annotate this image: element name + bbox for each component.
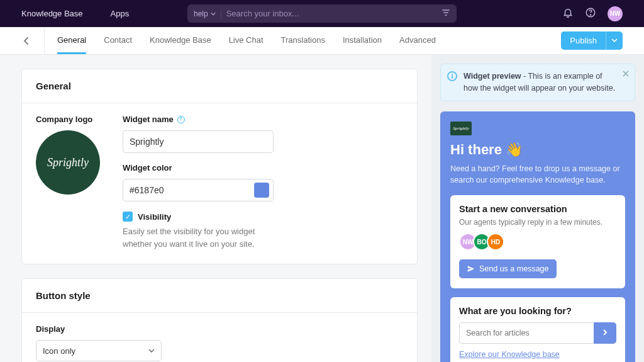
- company-logo-block: Company logo Sprightly: [36, 115, 100, 250]
- close-icon[interactable]: [622, 69, 630, 81]
- settings-tabs: General Contact Knowledge Base Live Chat…: [44, 27, 436, 54]
- kb-explore-link[interactable]: Explore our Knowledge base: [459, 350, 560, 359]
- chevron-down-icon: [148, 348, 155, 354]
- widget-subtext: Need a hand? Feel free to drop us a mess…: [450, 163, 625, 187]
- kb-search-button[interactable]: [594, 322, 616, 344]
- global-search-input[interactable]: [226, 9, 441, 18]
- top-nav-kb[interactable]: Knowledge Base: [21, 9, 83, 18]
- top-nav-apps[interactable]: Apps: [111, 9, 130, 18]
- visibility-checkbox[interactable]: ✓: [123, 212, 133, 222]
- tab-knowledge-base[interactable]: Knowledge Base: [150, 27, 211, 54]
- agent-avatars: NW BO HD: [459, 233, 616, 251]
- widget-name-label: Widget name: [123, 115, 403, 124]
- widget-name-input[interactable]: [123, 130, 274, 153]
- top-nav: Knowledge Base Apps: [21, 9, 129, 18]
- tab-translations[interactable]: Translations: [281, 27, 325, 54]
- settings-tabs-bar: General Contact Knowledge Base Live Chat…: [0, 27, 644, 55]
- widget-greeting: Hi there 👋: [450, 142, 625, 158]
- app-topbar: Knowledge Base Apps help NW: [0, 0, 644, 27]
- agent-avatar: HD: [487, 233, 504, 251]
- arrow-left-icon: [21, 36, 31, 46]
- current-user-avatar[interactable]: NW: [608, 6, 623, 21]
- publish-group: Publish: [561, 31, 623, 50]
- button-style-title: Button style: [22, 279, 417, 313]
- general-card: General Company logo Sprightly Widget na…: [21, 69, 418, 264]
- widget-color-label: Widget color: [123, 163, 403, 173]
- kb-search-row: [459, 322, 616, 344]
- tab-live-chat[interactable]: Live Chat: [229, 27, 264, 54]
- send-message-label: Send us a message: [479, 264, 549, 273]
- tab-installation[interactable]: Installation: [343, 27, 382, 54]
- filter-icon[interactable]: [441, 8, 450, 20]
- settings-form-column: General Company logo Sprightly Widget na…: [0, 55, 431, 362]
- send-icon: [467, 264, 475, 273]
- kb-search-panel: What are you looking for? Explore our Kn…: [450, 297, 625, 362]
- general-card-title: General: [22, 69, 417, 103]
- widget-preview-panel: Widget preview - This is an example of h…: [431, 55, 644, 362]
- company-logo-label: Company logo: [36, 115, 100, 124]
- info-icon: [447, 71, 457, 81]
- visibility-help-text: Easily set the visibility for you widget…: [123, 225, 280, 250]
- tab-contact[interactable]: Contact: [104, 27, 132, 54]
- main-area: General Company logo Sprightly Widget na…: [0, 55, 644, 362]
- visibility-label: Visibility: [138, 212, 171, 222]
- display-select[interactable]: Icon only: [36, 340, 162, 361]
- chevron-down-icon: [211, 11, 216, 16]
- button-style-card: Button style Display Icon only Icon styl…: [21, 278, 418, 362]
- help-icon[interactable]: [585, 7, 596, 21]
- widget-fields: Widget name Widget color ✓ Visibility: [123, 115, 403, 250]
- kb-search-input[interactable]: [459, 322, 594, 344]
- widget-color-input[interactable]: [130, 185, 249, 195]
- search-scope-hint[interactable]: help: [194, 9, 221, 18]
- widget-name-label-text: Widget name: [123, 115, 174, 124]
- svg-rect-4: [452, 76, 453, 79]
- svg-point-1: [590, 14, 591, 15]
- color-swatch[interactable]: [254, 183, 269, 198]
- bell-icon[interactable]: [562, 7, 574, 21]
- visibility-row: ✓ Visibility: [123, 212, 403, 222]
- convo-subtext: Our agents typically reply in a few minu…: [459, 218, 616, 227]
- widget-preview: Sprightly Hi there 👋 Need a hand? Feel f…: [440, 111, 635, 363]
- publish-dropdown[interactable]: [606, 31, 623, 50]
- preview-alert: Widget preview - This is an example of h…: [440, 64, 635, 101]
- widget-brand-logo: Sprightly: [450, 122, 472, 135]
- chevron-down-icon: [611, 37, 618, 43]
- widget-color-input-wrap: [123, 179, 274, 201]
- company-logo[interactable]: Sprightly: [36, 130, 100, 195]
- tab-advanced[interactable]: Advanced: [399, 27, 436, 54]
- send-message-button[interactable]: Send us a message: [459, 259, 557, 278]
- svg-point-3: [452, 74, 453, 75]
- back-button[interactable]: [21, 36, 31, 46]
- preview-alert-strong: Widget preview: [464, 72, 521, 81]
- info-icon[interactable]: [177, 116, 185, 123]
- display-label: Display: [36, 324, 403, 334]
- kb-title: What are you looking for?: [459, 306, 616, 316]
- start-conversation-panel: Start a new conversation Our agents typi…: [450, 195, 625, 288]
- chevron-right-icon: [601, 329, 609, 336]
- publish-button[interactable]: Publish: [561, 31, 606, 50]
- convo-title: Start a new conversation: [459, 204, 616, 214]
- display-select-value: Icon only: [43, 346, 75, 356]
- tab-general[interactable]: General: [57, 27, 86, 54]
- global-search[interactable]: help: [187, 4, 457, 23]
- topbar-right: NW: [562, 6, 623, 21]
- search-scope-label: help: [194, 9, 208, 18]
